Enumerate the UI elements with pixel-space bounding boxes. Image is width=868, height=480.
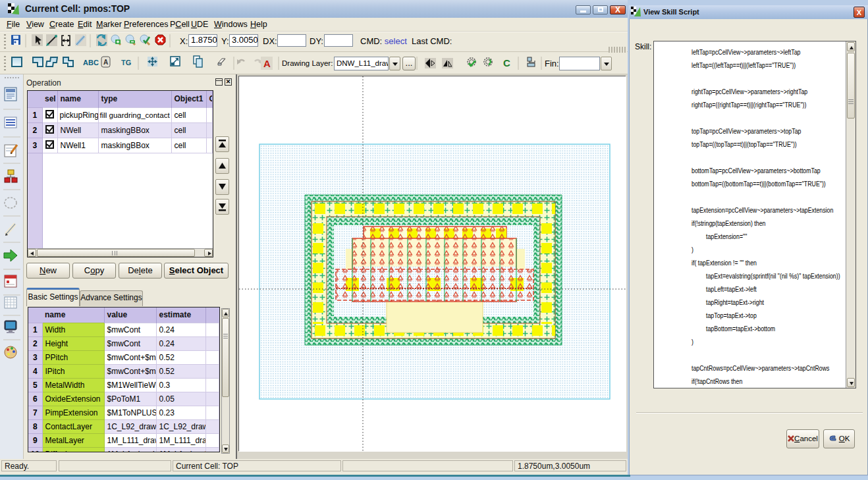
svg-text:A: A	[263, 58, 271, 69]
svg-text:C: C	[503, 57, 510, 68]
svg-text:A: A	[103, 59, 108, 66]
svg-text:TG: TG	[121, 59, 131, 67]
svg-text:ABC: ABC	[83, 59, 99, 67]
